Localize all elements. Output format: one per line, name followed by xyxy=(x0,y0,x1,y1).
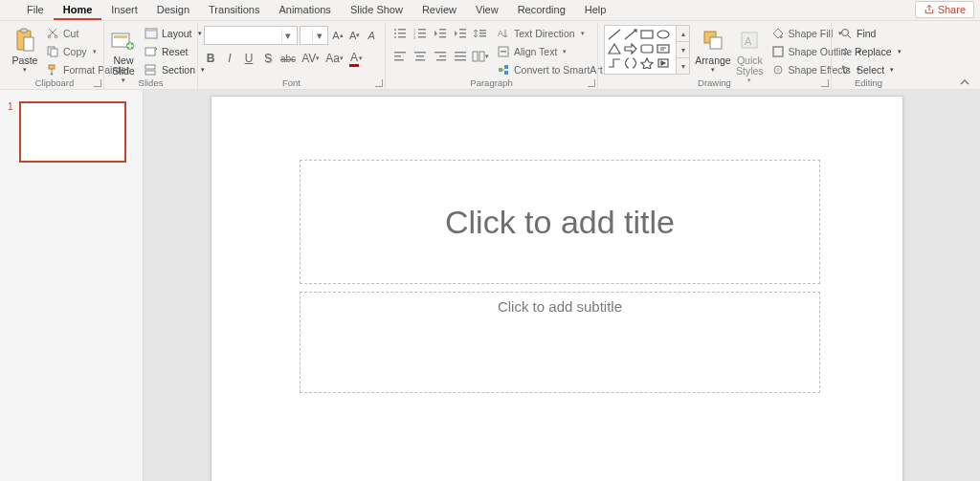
svg-rect-47 xyxy=(436,59,446,61)
share-button[interactable]: Share xyxy=(915,1,974,18)
svg-rect-68 xyxy=(773,47,783,56)
svg-rect-46 xyxy=(439,55,446,57)
shape-textbox[interactable] xyxy=(656,42,671,55)
numbering-button[interactable]: 123 xyxy=(412,25,429,42)
underline-button[interactable]: U xyxy=(242,50,256,67)
new-slide-button[interactable]: New Slide ▾ xyxy=(110,25,137,84)
subtitle-placeholder[interactable]: Click to add subtitle xyxy=(300,292,820,393)
replace-button[interactable]: Replace▾ xyxy=(837,43,900,59)
replace-label: Replace xyxy=(855,46,892,57)
font-color-button[interactable]: A▾ xyxy=(349,50,363,67)
group-title: Editing xyxy=(832,77,905,88)
columns-button[interactable]: ▾ xyxy=(472,48,489,65)
find-label: Find xyxy=(857,28,876,39)
group-font: ▾ ▾ A▴ A▾ A B I U S abc AV▾ Aa▾ A▾ xyxy=(197,23,385,89)
tab-insert[interactable]: Insert xyxy=(101,0,147,20)
font-name-combo[interactable]: ▾ xyxy=(204,26,298,45)
new-slide-label: New Slide xyxy=(112,55,134,77)
svg-text:3: 3 xyxy=(413,35,416,39)
decrease-indent-button[interactable] xyxy=(432,25,449,42)
text-direction-label: Text Direction xyxy=(514,28,575,39)
tab-recording[interactable]: Recording xyxy=(508,0,575,20)
gallery-more-button[interactable]: ▾ xyxy=(677,57,689,74)
shapes-gallery[interactable] xyxy=(604,25,677,75)
tab-home[interactable]: Home xyxy=(54,0,102,20)
ribbon-tabs: File Home Insert Design Transitions Anim… xyxy=(0,0,980,21)
find-icon xyxy=(839,27,853,40)
svg-rect-2 xyxy=(24,37,33,51)
tab-help[interactable]: Help xyxy=(575,0,616,20)
dialog-launcher-paragraph[interactable] xyxy=(588,79,595,87)
shape-right-arrow[interactable] xyxy=(623,42,638,55)
shape-triangle[interactable] xyxy=(607,42,622,55)
shape-line[interactable] xyxy=(607,28,622,41)
shape-connector[interactable] xyxy=(607,56,622,70)
svg-rect-23 xyxy=(398,36,406,38)
dialog-launcher-font[interactable] xyxy=(375,79,383,87)
chevron-down-icon[interactable]: ▾ xyxy=(312,30,325,42)
title-placeholder[interactable]: Click to add title xyxy=(300,160,820,284)
svg-rect-30 xyxy=(439,29,446,31)
section-label: Section xyxy=(162,64,195,76)
tab-animations[interactable]: Animations xyxy=(269,0,340,20)
cut-icon xyxy=(46,27,59,40)
find-button[interactable]: Find xyxy=(837,25,900,41)
tab-view[interactable]: View xyxy=(466,0,508,20)
tab-transitions[interactable]: Transitions xyxy=(199,0,269,20)
text-shadow-button[interactable]: S xyxy=(261,50,275,67)
align-center-button[interactable] xyxy=(412,48,429,65)
strikethrough-button[interactable]: abc xyxy=(280,50,296,67)
select-button[interactable]: Select▾ xyxy=(837,61,900,77)
bold-button[interactable]: B xyxy=(204,50,217,67)
increase-indent-button[interactable] xyxy=(452,25,469,42)
svg-rect-34 xyxy=(459,33,466,34)
shrink-font-button[interactable]: A▾ xyxy=(347,27,363,44)
dialog-launcher-clipboard[interactable] xyxy=(94,79,101,87)
tab-design[interactable]: Design xyxy=(147,0,199,20)
svg-rect-41 xyxy=(394,59,404,61)
slide-thumbnail-1[interactable]: 1 xyxy=(8,101,135,163)
svg-point-3 xyxy=(48,35,51,38)
svg-rect-25 xyxy=(418,29,426,31)
char-spacing-button[interactable]: AV▾ xyxy=(301,50,320,67)
shape-oval[interactable] xyxy=(656,28,671,41)
collapse-ribbon-button[interactable] xyxy=(955,76,974,89)
slide-canvas-area: Click to add title Click to add subtitle xyxy=(144,90,980,481)
shape-arrow-line[interactable] xyxy=(623,28,638,41)
italic-button[interactable]: I xyxy=(223,50,236,67)
group-slides: New Slide ▾ Layout ▾ Reset Section ▾ xyxy=(103,23,197,89)
shape-rounded-rect[interactable] xyxy=(639,42,655,55)
chevron-down-icon: ▾ xyxy=(711,66,715,74)
quick-styles-label: Quick Styles xyxy=(736,55,764,77)
clear-formatting-button[interactable]: A xyxy=(364,27,379,44)
shape-star[interactable] xyxy=(639,56,655,70)
font-size-combo[interactable]: ▾ xyxy=(300,26,328,45)
paste-button[interactable]: Paste ▾ xyxy=(11,25,38,77)
bullets-button[interactable] xyxy=(391,25,409,42)
tab-file[interactable]: File xyxy=(17,0,54,20)
align-left-button[interactable] xyxy=(391,48,409,65)
tab-slide-show[interactable]: Slide Show xyxy=(341,0,412,20)
line-spacing-button[interactable] xyxy=(472,25,489,42)
gallery-up-button[interactable]: ▴ xyxy=(677,26,689,41)
tab-review[interactable]: Review xyxy=(412,0,466,20)
shape-action[interactable] xyxy=(656,56,671,70)
gallery-down-button[interactable]: ▾ xyxy=(677,41,689,57)
shape-brace[interactable] xyxy=(623,56,638,70)
dialog-launcher-drawing[interactable] xyxy=(821,79,829,87)
svg-rect-21 xyxy=(398,33,406,34)
layout-icon xyxy=(145,27,158,40)
reset-icon xyxy=(145,45,158,58)
quick-styles-button[interactable]: A Quick Styles ▾ xyxy=(736,25,764,84)
grow-font-button[interactable]: A▴ xyxy=(330,27,345,44)
chevron-down-icon[interactable]: ▾ xyxy=(281,30,295,42)
arrange-button[interactable]: Arrange ▾ xyxy=(696,25,730,84)
shape-rect[interactable] xyxy=(639,28,655,41)
justify-button[interactable] xyxy=(452,48,469,65)
change-case-button[interactable]: Aa▾ xyxy=(325,50,344,67)
svg-rect-65 xyxy=(710,37,722,49)
svg-text:A: A xyxy=(498,29,503,38)
slide-canvas[interactable]: Click to add title Click to add subtitle xyxy=(211,96,903,481)
align-right-button[interactable] xyxy=(432,48,449,65)
shape-fill-icon xyxy=(771,27,785,40)
